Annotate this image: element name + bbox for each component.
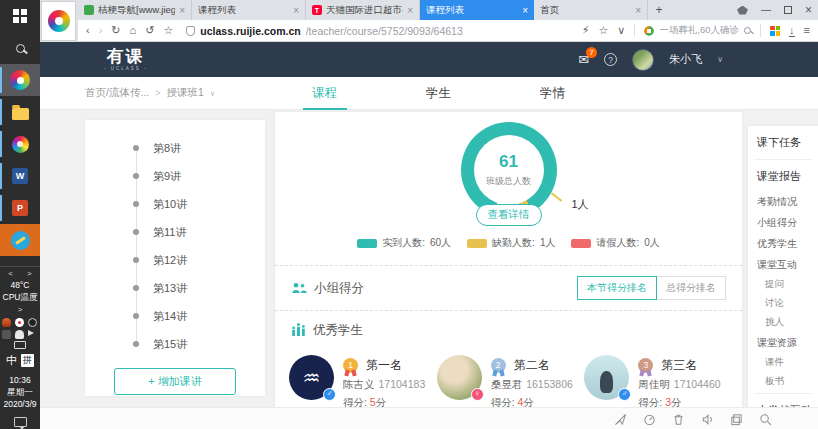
session-ranking-button[interactable]: 本节得分排名 <box>577 276 657 300</box>
tray-expand-icon[interactable]: > <box>18 305 23 314</box>
search-go-icon[interactable] <box>744 27 751 34</box>
menu-icon[interactable]: ≡ <box>804 25 810 36</box>
menu-item-pick-student[interactable]: 挑人 <box>748 313 818 332</box>
qq-icon[interactable] <box>28 318 37 327</box>
student-card-3[interactable]: ♂ 3 第三名 周佳明17104460 <box>584 355 728 407</box>
maximize-button[interactable] <box>784 6 792 14</box>
menu-item-interaction[interactable]: 课堂互动 <box>748 254 818 275</box>
tray-scroll-left-icon[interactable]: < <box>8 269 13 278</box>
url-input[interactable]: uclass.ruijie.com.cn /teacher/course/575… <box>182 25 572 37</box>
trash-icon[interactable] <box>672 412 685 425</box>
minimize-button[interactable]: — <box>761 5 771 15</box>
taskbar-explorer-button[interactable] <box>0 96 40 128</box>
search-box[interactable]: 一场葬礼,60人确诊 <box>644 24 751 37</box>
user-name[interactable]: 朱小飞 <box>669 52 702 67</box>
share-icon[interactable] <box>614 412 627 425</box>
tab-learning[interactable]: 学情 <box>538 76 567 111</box>
tab-jiegeng[interactable]: 桔梗导航[www.jiegeng × <box>78 0 192 20</box>
taskbar-word-button[interactable]: W <box>0 160 40 192</box>
taskbar-powerpoint-button[interactable]: P <box>0 192 40 224</box>
menu-item-class-report[interactable]: 课堂报告 <box>748 162 818 191</box>
lecture-item[interactable]: 第10讲 <box>85 190 265 218</box>
tab-tmall[interactable]: T 天猫国际进口超市-理想 × <box>306 0 420 20</box>
tray-app-icon-2[interactable] <box>15 318 24 327</box>
tab-close-icon[interactable]: × <box>635 5 641 16</box>
user-avatar[interactable] <box>632 49 654 71</box>
tab-course-list-1[interactable]: 课程列表 × <box>192 0 306 20</box>
menu-item-question[interactable]: 提问 <box>748 275 818 294</box>
action-center-icon[interactable] <box>14 417 27 427</box>
help-button[interactable]: ? <box>604 53 617 66</box>
menu-item-no-interaction[interactable]: 未发起互动 <box>748 396 818 407</box>
user-dropdown-icon[interactable]: ∨ <box>717 55 723 64</box>
menu-item-group-score[interactable]: 小组得分 <box>748 212 818 233</box>
menu-item-homework[interactable]: 课下任务 <box>748 128 818 157</box>
network-icon[interactable] <box>14 341 26 349</box>
gauge-icon[interactable] <box>643 412 656 425</box>
taskbar-clock[interactable]: 10:36 星期一 2020/3/9 <box>3 375 36 411</box>
refresh-icon[interactable]: ↻ <box>111 25 120 36</box>
taskbar-paint-button[interactable] <box>0 128 40 160</box>
tray-app-icon-3[interactable] <box>2 330 11 339</box>
menu-item-courseware[interactable]: 课件 <box>748 353 818 372</box>
speaker-icon[interactable] <box>28 330 34 336</box>
page-tabs: 课程 学生 学情 <box>310 76 567 111</box>
class-dropdown-icon[interactable]: ∨ <box>210 89 216 98</box>
student-card-1[interactable]: ♒ ♂ 1 第一名 陈吉义17104183 <box>289 355 433 407</box>
messages-button[interactable]: ✉ 7 <box>578 53 589 66</box>
lecture-item[interactable]: 第15讲 <box>85 330 265 358</box>
breadcrumb-course[interactable]: 首页/流体传... <box>85 86 149 100</box>
tab-close-icon[interactable]: × <box>293 5 299 16</box>
uclass-logo[interactable]: 有课 - UCLASS - <box>104 48 148 72</box>
back-icon[interactable]: ‹ <box>86 25 90 36</box>
student-card-2[interactable]: ♀ 2 第二名 桑昱君16153806 <box>437 355 581 407</box>
taskbar-search-button[interactable] <box>0 32 40 64</box>
home-icon[interactable]: ⌂ <box>130 25 137 36</box>
windows-restore-icon[interactable] <box>730 412 743 425</box>
browser-skin-icon[interactable] <box>737 6 748 15</box>
tab-close-icon[interactable]: × <box>522 5 528 16</box>
lightning-icon[interactable]: ⚡ <box>582 25 590 36</box>
zoom-search-icon[interactable] <box>759 412 772 425</box>
favorites-star-icon[interactable]: ☆ <box>163 25 173 36</box>
forward-icon[interactable]: › <box>99 25 103 36</box>
start-button[interactable] <box>0 0 40 32</box>
menu-item-resources[interactable]: 课堂资源 <box>748 332 818 353</box>
taskbar-browser-button[interactable] <box>0 64 40 96</box>
menu-item-attendance[interactable]: 考勤情况 <box>748 191 818 212</box>
close-button[interactable]: × <box>805 4 812 16</box>
tab-course[interactable]: 课程 <box>310 76 339 111</box>
lecture-item[interactable]: 第14讲 <box>85 302 265 330</box>
bookmark-star-icon[interactable]: ☆ <box>598 25 608 36</box>
add-lecture-button[interactable]: + 增加课讲 <box>114 368 236 395</box>
lecture-item[interactable]: 第11讲 <box>85 218 265 246</box>
tab-close-icon[interactable]: × <box>407 5 413 16</box>
taskbar-note-app-button[interactable] <box>0 224 40 256</box>
tray-scroll-right-icon[interactable]: > <box>27 269 32 278</box>
tab-close-icon[interactable]: × <box>179 5 185 16</box>
lecture-item[interactable]: 第13讲 <box>85 274 265 302</box>
breadcrumb[interactable]: 首页/流体传... > 授课班1 ∨ <box>40 86 255 100</box>
tab-students[interactable]: 学生 <box>424 76 453 111</box>
ime-indicator[interactable]: 中 拼 <box>6 353 34 368</box>
tab-home[interactable]: 首页 × <box>534 0 648 20</box>
restore-session-icon[interactable]: ↺ <box>145 25 154 36</box>
menu-item-discussion[interactable]: 讨论 <box>748 294 818 313</box>
lecture-item[interactable]: 第9讲 <box>85 162 265 190</box>
apps-grid-icon[interactable] <box>770 26 780 36</box>
menu-item-blackboard[interactable]: 板书 <box>748 372 818 391</box>
lecture-item[interactable]: 第8讲 <box>85 134 265 162</box>
tab-course-list-active[interactable]: 课程列表 × <box>420 0 534 20</box>
bookmark-dropdown-icon[interactable]: ∨ <box>617 25 625 36</box>
menu-item-top-students[interactable]: 优秀学生 <box>748 233 818 254</box>
browser-menu-logo[interactable] <box>41 1 76 41</box>
tray-app-icon-1[interactable] <box>2 318 11 327</box>
cloud-icon[interactable] <box>15 330 24 339</box>
total-ranking-button[interactable]: 总得分排名 <box>656 276 726 300</box>
lecture-item[interactable]: 第12讲 <box>85 246 265 274</box>
download-icon[interactable]: ↓ <box>789 25 795 37</box>
mute-speaker-icon[interactable] <box>701 412 714 425</box>
breadcrumb-class[interactable]: 授课班1 <box>166 86 203 100</box>
new-tab-button[interactable]: + <box>648 0 670 20</box>
view-details-button[interactable]: 查看详情 <box>476 204 542 226</box>
